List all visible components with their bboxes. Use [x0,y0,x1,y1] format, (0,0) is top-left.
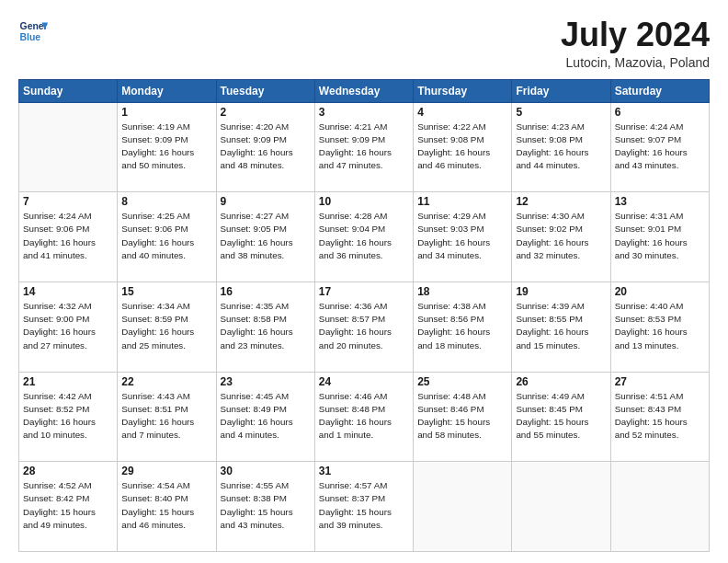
table-row: 1Sunrise: 4:19 AM Sunset: 9:09 PM Daylig… [118,102,216,192]
table-row: 26Sunrise: 4:49 AM Sunset: 8:45 PM Dayli… [512,372,610,462]
day-info: Sunrise: 4:38 AM Sunset: 8:56 PM Dayligh… [417,300,507,352]
table-row: 22Sunrise: 4:43 AM Sunset: 8:51 PM Dayli… [118,372,216,462]
day-info: Sunrise: 4:30 AM Sunset: 9:02 PM Dayligh… [516,210,606,262]
table-row: 8Sunrise: 4:25 AM Sunset: 9:06 PM Daylig… [118,192,216,282]
table-row [414,462,512,552]
table-row [512,462,610,552]
day-number: 15 [121,285,211,298]
day-number: 16 [221,285,311,298]
day-number: 24 [319,375,409,388]
day-info: Sunrise: 4:34 AM Sunset: 8:59 PM Dayligh… [121,300,211,352]
table-row: 10Sunrise: 4:28 AM Sunset: 9:04 PM Dayli… [314,192,413,282]
col-thursday: Thursday [414,79,512,102]
day-info: Sunrise: 4:31 AM Sunset: 9:01 PM Dayligh… [615,210,705,262]
day-number: 23 [221,375,311,388]
col-tuesday: Tuesday [216,79,314,102]
logo-icon: General Blue [18,17,48,46]
title-block: July 2024 Lutocin, Mazovia, Poland [561,17,710,70]
day-info: Sunrise: 4:51 AM Sunset: 8:43 PM Dayligh… [615,390,705,442]
day-number: 21 [23,375,113,388]
day-number: 29 [121,465,211,477]
day-number: 17 [319,285,409,298]
day-number: 14 [23,285,113,298]
table-row: 23Sunrise: 4:45 AM Sunset: 8:49 PM Dayli… [216,372,314,462]
day-info: Sunrise: 4:46 AM Sunset: 8:48 PM Dayligh… [319,390,409,442]
day-number: 8 [121,195,211,208]
table-row: 2Sunrise: 4:20 AM Sunset: 9:09 PM Daylig… [216,102,314,192]
day-info: Sunrise: 4:28 AM Sunset: 9:04 PM Dayligh… [319,210,409,262]
table-row: 4Sunrise: 4:22 AM Sunset: 9:08 PM Daylig… [414,102,512,192]
day-number: 10 [319,195,409,208]
table-row: 3Sunrise: 4:21 AM Sunset: 9:09 PM Daylig… [314,102,413,192]
table-row: 14Sunrise: 4:32 AM Sunset: 9:00 PM Dayli… [19,282,118,372]
day-number: 9 [221,195,311,208]
day-number: 3 [319,106,409,119]
col-friday: Friday [512,79,610,102]
day-info: Sunrise: 4:45 AM Sunset: 8:49 PM Dayligh… [221,390,311,442]
calendar-week-5: 28Sunrise: 4:52 AM Sunset: 8:42 PM Dayli… [19,462,710,552]
day-number: 31 [319,465,409,477]
day-info: Sunrise: 4:32 AM Sunset: 9:00 PM Dayligh… [23,300,113,352]
day-info: Sunrise: 4:21 AM Sunset: 9:09 PM Dayligh… [319,121,409,173]
table-row: 27Sunrise: 4:51 AM Sunset: 8:43 PM Dayli… [610,372,709,462]
table-row: 7Sunrise: 4:24 AM Sunset: 9:06 PM Daylig… [19,192,118,282]
day-info: Sunrise: 4:20 AM Sunset: 9:09 PM Dayligh… [221,121,311,173]
day-number: 2 [221,106,311,119]
day-info: Sunrise: 4:42 AM Sunset: 8:52 PM Dayligh… [23,390,113,442]
logo: General Blue [18,17,48,46]
table-row: 15Sunrise: 4:34 AM Sunset: 8:59 PM Dayli… [118,282,216,372]
day-info: Sunrise: 4:35 AM Sunset: 8:58 PM Dayligh… [221,300,311,352]
day-info: Sunrise: 4:27 AM Sunset: 9:05 PM Dayligh… [221,210,311,262]
table-row: 12Sunrise: 4:30 AM Sunset: 9:02 PM Dayli… [512,192,610,282]
day-info: Sunrise: 4:36 AM Sunset: 8:57 PM Dayligh… [319,300,409,352]
day-number: 4 [417,106,507,119]
calendar-week-3: 14Sunrise: 4:32 AM Sunset: 9:00 PM Dayli… [19,282,710,372]
day-number: 30 [221,465,311,477]
table-row: 11Sunrise: 4:29 AM Sunset: 9:03 PM Dayli… [414,192,512,282]
day-info: Sunrise: 4:49 AM Sunset: 8:45 PM Dayligh… [516,390,606,442]
day-number: 12 [516,195,606,208]
day-number: 25 [417,375,507,388]
table-row [19,102,118,192]
day-number: 18 [417,285,507,298]
day-info: Sunrise: 4:55 AM Sunset: 8:38 PM Dayligh… [221,479,311,532]
table-row: 20Sunrise: 4:40 AM Sunset: 8:53 PM Dayli… [610,282,709,372]
day-number: 22 [121,375,211,388]
table-row: 5Sunrise: 4:23 AM Sunset: 9:08 PM Daylig… [512,102,610,192]
day-info: Sunrise: 4:39 AM Sunset: 8:55 PM Dayligh… [516,300,606,352]
location: Lutocin, Mazovia, Poland [561,55,710,70]
table-row [610,462,709,552]
table-row: 25Sunrise: 4:48 AM Sunset: 8:46 PM Dayli… [414,372,512,462]
day-info: Sunrise: 4:19 AM Sunset: 9:09 PM Dayligh… [121,121,211,173]
day-info: Sunrise: 4:48 AM Sunset: 8:46 PM Dayligh… [417,390,507,442]
table-row: 16Sunrise: 4:35 AM Sunset: 8:58 PM Dayli… [216,282,314,372]
day-number: 7 [23,195,113,208]
table-row: 24Sunrise: 4:46 AM Sunset: 8:48 PM Dayli… [314,372,413,462]
svg-text:Blue: Blue [20,32,41,42]
day-number: 28 [23,465,113,477]
col-saturday: Saturday [610,79,709,102]
table-row: 28Sunrise: 4:52 AM Sunset: 8:42 PM Dayli… [19,462,118,552]
day-number: 20 [615,285,705,298]
calendar-week-1: 1Sunrise: 4:19 AM Sunset: 9:09 PM Daylig… [19,102,710,192]
day-info: Sunrise: 4:22 AM Sunset: 9:08 PM Dayligh… [417,121,507,173]
day-number: 27 [615,375,705,388]
day-info: Sunrise: 4:23 AM Sunset: 9:08 PM Dayligh… [516,121,606,173]
table-row: 18Sunrise: 4:38 AM Sunset: 8:56 PM Dayli… [414,282,512,372]
table-row: 19Sunrise: 4:39 AM Sunset: 8:55 PM Dayli… [512,282,610,372]
table-row: 13Sunrise: 4:31 AM Sunset: 9:01 PM Dayli… [610,192,709,282]
day-number: 11 [417,195,507,208]
month-title: July 2024 [561,17,710,53]
header-row: Sunday Monday Tuesday Wednesday Thursday… [19,79,710,102]
col-sunday: Sunday [19,79,118,102]
day-number: 1 [121,106,211,119]
table-row: 29Sunrise: 4:54 AM Sunset: 8:40 PM Dayli… [118,462,216,552]
table-row: 6Sunrise: 4:24 AM Sunset: 9:07 PM Daylig… [610,102,709,192]
day-info: Sunrise: 4:24 AM Sunset: 9:07 PM Dayligh… [615,121,705,173]
header: General Blue July 2024 Lutocin, Mazovia,… [18,17,710,70]
col-monday: Monday [118,79,216,102]
col-wednesday: Wednesday [314,79,413,102]
day-number: 26 [516,375,606,388]
table-row: 17Sunrise: 4:36 AM Sunset: 8:57 PM Dayli… [314,282,413,372]
calendar-table: Sunday Monday Tuesday Wednesday Thursday… [18,79,710,552]
